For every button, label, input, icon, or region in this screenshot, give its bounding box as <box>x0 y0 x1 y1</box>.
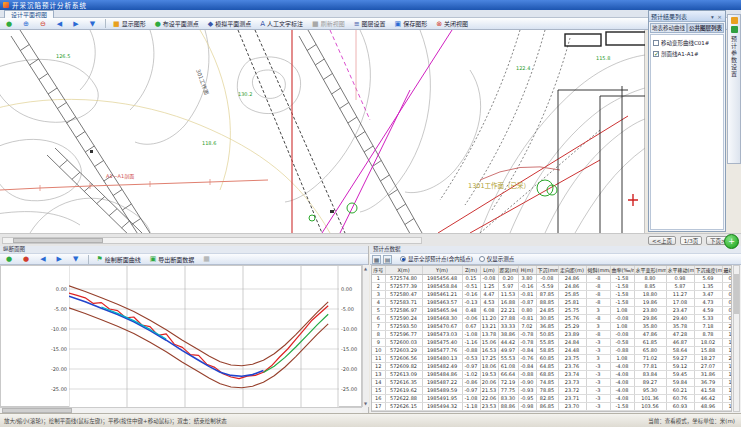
table-cell: 23.73 <box>558 378 586 386</box>
zoom-fit-button[interactable]: ● <box>2 19 18 29</box>
draw-section-button[interactable]: ⚑绘制断面曲线 <box>92 254 144 264</box>
pan-left-button[interactable]: ◀ <box>53 19 68 29</box>
table-row[interactable]: 14572616.351985487.22-0.8620.0672.19-0.9… <box>372 378 732 386</box>
map-horizontal-scrollbar[interactable] <box>2 237 422 244</box>
table-vertical-scrollbar[interactable] <box>733 265 740 412</box>
quick-locate-button[interactable]: + <box>724 234 739 249</box>
pan-down-button[interactable]: ▼ <box>86 19 101 29</box>
radio-show-all[interactable] <box>400 256 406 262</box>
table-row[interactable]: 3572580.471985461.21-0.164.4711.53-0.818… <box>372 290 732 298</box>
column-header[interactable]: X(m) <box>385 266 422 274</box>
select-columns-button[interactable]: ▦ <box>372 255 381 264</box>
result-list-panel: 预计结果列表 ▾ × 地表移动曲线 公共图层列表 移动变形曲线C01# 剖面线A… <box>648 10 726 232</box>
scroll-down-icon[interactable]: ▼ <box>364 401 367 406</box>
table-vscroll-thumb[interactable] <box>734 274 739 314</box>
zoom-fit-icon: ● <box>6 19 12 29</box>
side-tab-strip[interactable]: 预计参数设置 <box>727 14 741 164</box>
table-cell: 572600.03 <box>385 338 422 346</box>
close-icon[interactable]: × <box>716 13 723 20</box>
table-row[interactable]: 7572593.501985470.670.6713.2133.337.0236… <box>372 322 732 330</box>
refresh-view-button[interactable]: ■刷新视图 <box>308 19 349 29</box>
table-row[interactable]: 11572606.561985480.13-0.5317.2555.53-0.7… <box>372 354 732 362</box>
table-cell: -1.58 <box>610 298 634 306</box>
profile-pan-right-button[interactable]: ▶ <box>53 254 68 264</box>
column-header[interactable]: L(m) <box>480 266 498 274</box>
zoom-out-button[interactable]: ⊖ <box>36 19 52 29</box>
tab-common-layers[interactable]: 公共图层列表 <box>687 23 724 33</box>
table-cell: 77.75 <box>498 386 518 394</box>
layout-points-button[interactable]: ●布设平面测点 <box>151 19 203 29</box>
column-header[interactable]: 走向距(m) <box>558 266 586 274</box>
table-row[interactable]: 4572583.711985463.57-0.134.5316.88-0.878… <box>372 298 732 306</box>
table-cell: 4 <box>372 298 385 306</box>
column-header[interactable]: 曲率(‰/m) <box>610 266 634 274</box>
checkbox-checked[interactable] <box>653 51 659 57</box>
table-row[interactable]: 17572626.151985494.32-1.1823.5388.86-0.9… <box>372 402 732 410</box>
column-header[interactable]: H(m) <box>518 266 536 274</box>
checkbox-unchecked[interactable] <box>653 40 659 46</box>
column-header[interactable]: 水平移动(mm) <box>666 266 694 274</box>
table-row[interactable]: 8572596.771985473.03-1.0813.7838.86-0.78… <box>372 330 732 338</box>
table-cell: 25.75 <box>558 306 586 314</box>
table-row[interactable]: 5572586.971985465.940.486.0822.210.8024.… <box>372 306 732 314</box>
tab-plan-view[interactable]: 设计平面视图 <box>4 10 54 18</box>
radio-show-points[interactable] <box>479 256 485 262</box>
table-row[interactable]: 13572613.091985484.86-1.0219.5366.64-0.8… <box>372 370 732 378</box>
profile-chart[interactable]: 0.00-5.00-10.00-15.00-20.00-25.00 0.00-5… <box>0 265 362 407</box>
radio-show-all-label: 显示全部预计点(含内插点) <box>408 255 473 263</box>
export-section-button[interactable]: ▣导出断面数据 <box>146 254 199 264</box>
map-hscroll-thumb[interactable] <box>13 238 103 243</box>
scroll-up-icon[interactable]: ▲ <box>364 266 367 271</box>
table-row[interactable]: 1572574.801985456.480.15-0.080.203.80-0.… <box>372 274 732 282</box>
close-view-button[interactable]: ⊗关闭视图 <box>432 19 472 29</box>
table-row[interactable]: 10572603.291985477.76-0.8816.5349.97-0.8… <box>372 346 732 354</box>
profile-zoom-fit-button[interactable]: ● <box>2 254 18 264</box>
layer-settings-button[interactable]: ≡图层设置 <box>350 19 390 29</box>
table-cell: -0.88 <box>610 346 634 354</box>
table-cell: -1.58 <box>610 274 634 282</box>
list-item[interactable]: 移动变形曲线C01# <box>653 37 721 48</box>
table-row[interactable]: 16572622.881985491.95-1.0822.0683.30-0.9… <box>372 394 732 402</box>
list-item[interactable]: 剖面线A1-A1# <box>653 48 721 59</box>
simulate-points-icon: ◆ <box>208 19 213 29</box>
column-header[interactable]: 水平变形(mm/m) <box>634 266 666 274</box>
show-drawing-label: 显示图形 <box>122 19 146 28</box>
profile-vertical-scrollbar[interactable]: ▲ ▼ <box>362 265 369 407</box>
prev-page-button[interactable]: <<上页 <box>648 236 676 245</box>
column-header[interactable]: 序号 <box>372 266 385 274</box>
column-header[interactable]: 距离(m) <box>498 266 518 274</box>
table-cell: 7.18 <box>694 322 722 330</box>
export-table-button[interactable]: ▤ <box>383 255 392 264</box>
column-header[interactable]: 倾斜(mm/m) <box>586 266 610 274</box>
profile-pan-down-button[interactable]: ▼ <box>69 254 84 264</box>
column-header[interactable]: 下沉(mm) <box>536 266 558 274</box>
pin-icon[interactable]: ▾ <box>709 13 716 20</box>
simulate-points-button[interactable]: ◆模拟平面测点 <box>204 19 255 29</box>
close-view-label: 关闭视图 <box>444 19 468 28</box>
prediction-table[interactable]: 序号X(m)Y(m)Z(m)L(m)距离(m)H(m)下沉(mm)走向距(m)倾… <box>371 265 732 412</box>
plan-map-canvas[interactable]: 126.5 130.2 118.6 122.4 115.8 1301工作面（已采… <box>0 30 645 233</box>
profile-zoom-out-button[interactable]: ● <box>19 254 35 264</box>
column-header[interactable]: Z(m) <box>462 266 480 274</box>
table-cell: 572613.09 <box>385 370 422 378</box>
show-drawing-button[interactable]: ■显示图形 <box>109 19 150 29</box>
pan-right-button[interactable]: ▶ <box>69 19 84 29</box>
profile-pan-left-button[interactable]: ◀ <box>36 254 51 264</box>
table-row[interactable]: 6572590.241985468.30-0.0611.2027.88-0.81… <box>372 314 732 322</box>
table-cell: 19.53 <box>480 370 498 378</box>
text-annotate-button[interactable]: A人工文字标注 <box>256 19 307 29</box>
grid-toggle-button[interactable]: ▦ <box>199 254 216 264</box>
table-row[interactable]: 12572609.821985482.49-0.9718.0661.08-0.8… <box>372 362 732 370</box>
column-header[interactable]: Y(m) <box>422 266 462 274</box>
section-polyline[interactable] <box>0 179 268 191</box>
tab-surface-curves[interactable]: 地表移动曲线 <box>650 23 687 33</box>
zoom-in-button[interactable]: ⊕ <box>19 19 35 29</box>
column-header[interactable]: 下沉速度(mm) <box>694 266 722 274</box>
column-header[interactable]: 最终下沉(m) <box>722 266 732 274</box>
save-drawing-button[interactable]: ▣保存图形 <box>391 19 432 29</box>
table-row[interactable]: 2572577.391985458.84-0.511.255.97-0.16-5… <box>372 282 732 290</box>
chart-plot-area[interactable] <box>69 266 339 408</box>
section-line-label: A1—A1剖面 <box>106 173 134 180</box>
table-row[interactable]: 15572619.621985489.59-0.9721.5377.75-0.9… <box>372 386 732 394</box>
table-row[interactable]: 9572600.031985475.40-1.1615.0644.42-0.78… <box>372 338 732 346</box>
